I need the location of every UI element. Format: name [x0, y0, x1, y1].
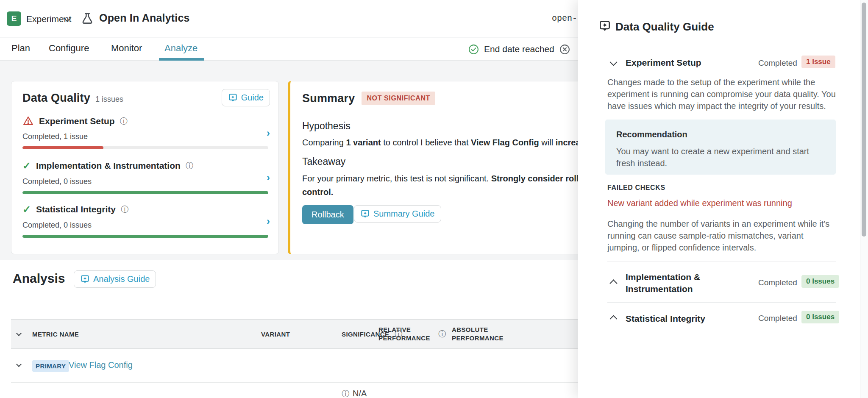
- analysis-title: Analysis: [13, 271, 65, 286]
- failed-check-description: Changing the number of variants in an ex…: [607, 218, 836, 253]
- metric-row: PRIMARY View Flag Config: [11, 349, 579, 383]
- divider: [607, 302, 836, 303]
- dq-progress-track: [22, 235, 268, 238]
- col-variant: VARIANT: [261, 331, 290, 338]
- recommendation-text: You may want to create a new experiment …: [616, 145, 820, 169]
- cancel-circle-icon[interactable]: [559, 44, 570, 55]
- chevron-up-icon[interactable]: [609, 315, 617, 323]
- top-header: E Experiment Open In Analytics open-: [0, 0, 579, 37]
- analysis-section: Analysis Analysis Guide METRIC NAME VARI…: [0, 260, 579, 398]
- row-expand-chevron-icon[interactable]: [16, 362, 22, 367]
- info-icon[interactable]: ⓘ: [120, 117, 128, 125]
- significance-value: ⓘ N/A: [342, 389, 367, 398]
- recommendation-box: Recommendation You may want to create a …: [605, 120, 836, 175]
- chevron-right-icon[interactable]: ›: [267, 127, 270, 139]
- summary-guide-button[interactable]: Summary Guide: [354, 205, 441, 223]
- dq-item-title: Statistical Integrity: [36, 204, 116, 214]
- section-description: Changes made to the setup of the experim…: [607, 76, 836, 112]
- info-icon[interactable]: ⓘ: [121, 206, 128, 213]
- data-quality-guide-panel: Data Quality Guide ✕ Experiment Setup Co…: [578, 0, 868, 398]
- chevron-right-icon[interactable]: ›: [267, 215, 270, 227]
- na-label: N/A: [353, 389, 367, 398]
- takeaway-text: For your primary metric, this test is no…: [302, 174, 579, 184]
- dq-item-status: Completed, 0 issues: [22, 221, 268, 230]
- scrollbar-track[interactable]: [860, 0, 868, 398]
- active-tab-underline: [159, 58, 204, 61]
- hypothesis-heading: Hypothesis: [302, 120, 351, 132]
- guide-button-label: Summary Guide: [373, 209, 435, 219]
- check-icon: ✓: [22, 160, 31, 172]
- guide-icon: [598, 19, 611, 32]
- data-quality-issue-count: 1 issues: [95, 95, 123, 104]
- summary-card: Summary NOT SIGNIFICANT Hypothesis Compa…: [288, 81, 579, 254]
- guide-icon: [360, 209, 370, 219]
- table-row: ⓘ N/A: [11, 383, 579, 398]
- info-icon[interactable]: ⓘ: [342, 390, 349, 398]
- metric-name-link[interactable]: View Flag Config: [69, 360, 133, 370]
- panel-section-title[interactable]: Experiment Setup: [626, 57, 701, 69]
- col-metric-name: METRIC NAME: [32, 331, 79, 338]
- takeaway-text-line2: control.: [302, 187, 333, 197]
- guide-button-label: Analysis Guide: [93, 274, 150, 284]
- dq-item-statistical-integrity[interactable]: ✓ Statistical Integrity ⓘ Completed, 0 i…: [22, 203, 268, 238]
- failed-checks-label: FAILED CHECKS: [607, 184, 665, 192]
- app-window: E Experiment Open In Analytics open- Pla…: [0, 0, 868, 398]
- dq-item-title: Implementation & Instrumentation: [36, 161, 181, 171]
- table-header-row: METRIC NAME VARIANT SIGNIFICANCE ⓘ RELAT…: [11, 319, 579, 349]
- section-status: Completed: [758, 278, 797, 287]
- tab-configure[interactable]: Configure: [49, 43, 89, 54]
- issue-count-badge: 1 Issue: [801, 56, 835, 68]
- section-status: Completed: [758, 314, 797, 323]
- tab-plan[interactable]: Plan: [11, 43, 30, 54]
- col-relative-performance: RELATIVE PERFORMANCE: [378, 326, 434, 342]
- check-icon: ✓: [22, 203, 31, 215]
- chevron-up-icon[interactable]: [609, 279, 617, 287]
- rollback-button[interactable]: Rollback: [302, 205, 353, 224]
- warning-triangle-icon: [22, 115, 34, 127]
- divider: [607, 262, 836, 262]
- panel-section-title[interactable]: Statistical Integrity: [626, 313, 705, 325]
- metrics-table: METRIC NAME VARIANT SIGNIFICANCE ⓘ RELAT…: [11, 319, 579, 398]
- takeaway-heading: Takeaway: [302, 156, 345, 167]
- end-date-status-label: End date reached: [484, 44, 554, 54]
- main-content: E Experiment Open In Analytics open- Pla…: [0, 0, 579, 398]
- flask-icon: [81, 11, 94, 26]
- significance-badge: NOT SIGNIFICANT: [362, 92, 435, 105]
- col-absolute-performance: ABSOLUTE PERFORMANCE: [452, 326, 508, 342]
- dq-item-experiment-setup[interactable]: Experiment Setup ⓘ Completed, 1 issue ›: [22, 115, 268, 149]
- failed-check-link[interactable]: New variant added while experiment was r…: [607, 198, 792, 208]
- guide-icon: [228, 93, 238, 103]
- dq-progress-fill: [22, 146, 103, 149]
- panel-section-title[interactable]: Implementation & Instrumentation: [626, 271, 727, 295]
- page-title: Open In Analytics: [99, 12, 190, 24]
- experiment-type-badge[interactable]: E: [7, 11, 21, 26]
- dq-item-status: Completed, 0 issues: [22, 177, 268, 186]
- tab-bar: Plan Configure Monitor Analyze End date …: [0, 38, 579, 61]
- dq-progress-fill: [22, 191, 268, 194]
- tab-analyze[interactable]: Analyze: [164, 43, 198, 54]
- guide-icon: [80, 274, 90, 284]
- guide-button-label: Guide: [241, 93, 264, 103]
- dq-progress-track: [22, 146, 268, 149]
- hypothesis-text: Comparing 1 variant to control I believe…: [302, 138, 579, 148]
- dq-progress-track: [22, 191, 268, 194]
- analysis-guide-button[interactable]: Analysis Guide: [74, 270, 156, 288]
- tab-monitor[interactable]: Monitor: [111, 43, 142, 54]
- experiment-status: End date reached: [468, 38, 570, 61]
- collapse-all-chevron-icon[interactable]: [16, 331, 22, 336]
- primary-metric-badge: PRIMARY: [32, 360, 69, 372]
- experiment-key: open-: [552, 14, 577, 23]
- dq-progress-fill: [22, 235, 268, 238]
- info-icon[interactable]: ⓘ: [186, 162, 193, 170]
- info-icon[interactable]: ⓘ: [438, 330, 446, 338]
- summary-title: Summary: [302, 92, 355, 105]
- data-quality-guide-button[interactable]: Guide: [222, 89, 270, 106]
- check-circle-icon: [468, 44, 479, 55]
- data-quality-card: Data Quality 1 issues Guide Experiment S…: [11, 81, 279, 254]
- data-quality-title: Data Quality: [22, 92, 90, 105]
- chevron-right-icon[interactable]: ›: [267, 172, 270, 184]
- scrollbar-thumb[interactable]: [862, 3, 866, 237]
- dq-item-status: Completed, 1 issue: [22, 132, 268, 141]
- dq-item-implementation[interactable]: ✓ Implementation & Instrumentation ⓘ Com…: [22, 160, 268, 194]
- chevron-down-icon[interactable]: [609, 58, 617, 66]
